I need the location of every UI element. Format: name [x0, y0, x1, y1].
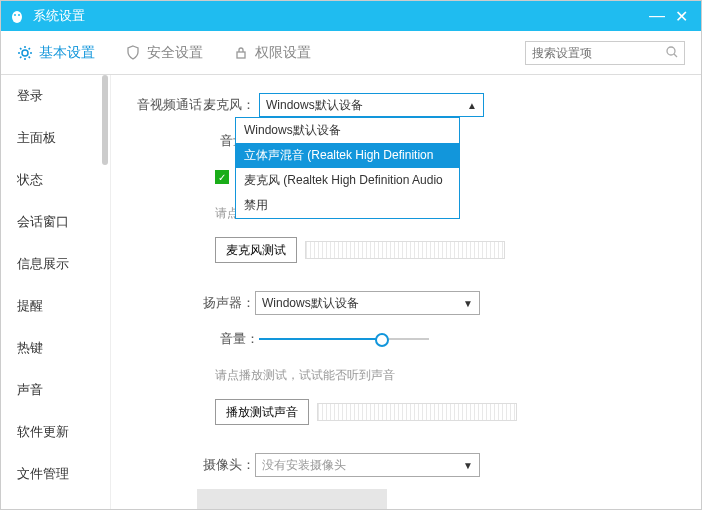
check-icon: ✓ — [215, 170, 229, 184]
sidebar-item-reminder[interactable]: 提醒 — [1, 285, 110, 327]
svg-point-0 — [12, 11, 22, 23]
camera-preview — [197, 489, 387, 509]
sidebar-item-chatwindow[interactable]: 会话窗口 — [1, 201, 110, 243]
minimize-button[interactable]: — — [645, 7, 669, 25]
svg-rect-4 — [237, 52, 245, 58]
mic-dropdown-list: Windows默认设备 立体声混音 (Realtek High Definiti… — [235, 117, 460, 219]
mic-option[interactable]: 麦克风 (Realtek High Definition Audio — [236, 168, 459, 193]
search-icon[interactable] — [665, 45, 679, 62]
tab-label: 权限设置 — [255, 44, 311, 62]
mic-dropdown[interactable]: Windows默认设备 ▲ — [259, 93, 484, 117]
sidebar-item-mainpanel[interactable]: 主面板 — [1, 117, 110, 159]
close-button[interactable]: ✕ — [669, 7, 693, 26]
svg-point-1 — [14, 14, 16, 16]
camera-dropdown[interactable]: 没有安装摄像头 ▼ — [255, 453, 480, 477]
tab-bar: 基本设置 安全设置 权限设置 — [1, 31, 701, 75]
mic-test-button[interactable]: 麦克风测试 — [215, 237, 297, 263]
camera-label: 摄像头： — [195, 456, 255, 474]
search-wrap — [525, 41, 685, 65]
search-input[interactable] — [525, 41, 685, 65]
lock-icon — [233, 45, 249, 61]
slider-thumb[interactable] — [375, 333, 389, 347]
camera-value: 没有安装摄像头 — [262, 457, 463, 474]
app-icon — [9, 8, 25, 24]
tab-basic[interactable]: 基本设置 — [17, 44, 95, 62]
chevron-down-icon: ▼ — [463, 298, 473, 309]
sidebar-item-infodisplay[interactable]: 信息展示 — [1, 243, 110, 285]
mic-option[interactable]: 禁用 — [236, 193, 459, 218]
speaker-dropdown[interactable]: Windows默认设备 ▼ — [255, 291, 480, 315]
speaker-test-button[interactable]: 播放测试声音 — [215, 399, 309, 425]
title-bar: 系统设置 — ✕ — [1, 1, 701, 31]
mic-level-meter — [305, 241, 505, 259]
mic-value: Windows默认设备 — [266, 97, 467, 114]
mic-label: 麦克风： — [203, 96, 259, 114]
svg-line-6 — [674, 54, 677, 57]
sidebar-item-filemanage[interactable]: 文件管理 — [1, 453, 110, 495]
sidebar-scrollbar[interactable] — [102, 75, 108, 165]
shield-icon — [125, 45, 141, 61]
svg-point-5 — [667, 47, 675, 55]
speaker-hint: 请点播放测试，试试能否听到声音 — [215, 367, 395, 384]
svg-point-2 — [18, 14, 20, 16]
settings-panel: 音视频通话： 麦克风： Windows默认设备 ▲ Windows默认设备 立体… — [111, 75, 701, 509]
sidebar: 登录 主面板 状态 会话窗口 信息展示 提醒 热键 声音 软件更新 文件管理 文… — [1, 75, 111, 509]
gear-icon — [17, 45, 33, 61]
speaker-volume-slider[interactable] — [259, 331, 429, 347]
speaker-label: 扬声器： — [195, 294, 255, 312]
mic-option[interactable]: Windows默认设备 — [236, 118, 459, 143]
chevron-up-icon: ▲ — [467, 100, 477, 111]
speaker-level-meter — [317, 403, 517, 421]
svg-point-3 — [22, 50, 28, 56]
tab-label: 基本设置 — [39, 44, 95, 62]
volume-label: 音量： — [215, 330, 259, 348]
sidebar-item-status[interactable]: 状态 — [1, 159, 110, 201]
tab-privilege[interactable]: 权限设置 — [233, 44, 311, 62]
sidebar-item-update[interactable]: 软件更新 — [1, 411, 110, 453]
sidebar-item-fileshare[interactable]: 文件共享 — [1, 495, 110, 510]
sidebar-item-sound[interactable]: 声音 — [1, 369, 110, 411]
tab-label: 安全设置 — [147, 44, 203, 62]
speaker-value: Windows默认设备 — [262, 295, 463, 312]
sidebar-item-login[interactable]: 登录 — [1, 75, 110, 117]
sidebar-item-hotkey[interactable]: 热键 — [1, 327, 110, 369]
chevron-down-icon: ▼ — [463, 460, 473, 471]
mic-option[interactable]: 立体声混音 (Realtek High Definition — [236, 143, 459, 168]
tab-security[interactable]: 安全设置 — [125, 44, 203, 62]
window-title: 系统设置 — [33, 7, 645, 25]
